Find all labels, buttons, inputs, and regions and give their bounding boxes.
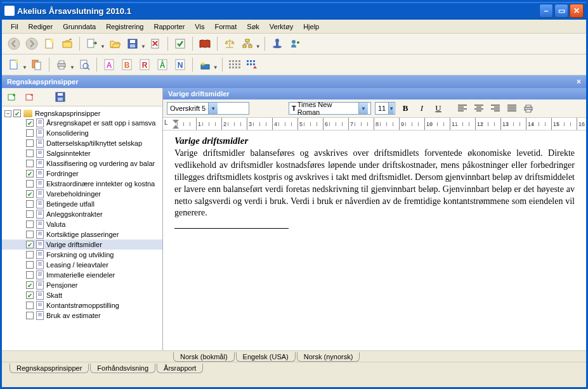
back-button[interactable] — [6, 35, 22, 52]
print-button[interactable] — [53, 56, 70, 73]
book-button[interactable] — [197, 35, 213, 52]
preview-button[interactable] — [76, 56, 93, 73]
print-editor-button[interactable] — [522, 102, 535, 115]
tree-item[interactable]: ✔Varebeholdninger — [2, 189, 162, 199]
open-button[interactable] — [59, 35, 75, 52]
menu-format[interactable]: Format — [209, 22, 242, 32]
close-button[interactable]: ✕ — [570, 4, 584, 18]
menu-registrering[interactable]: Registrering — [101, 22, 148, 32]
align-right-button[interactable] — [489, 102, 502, 115]
align-center-button[interactable] — [473, 102, 485, 115]
grid2-button[interactable] — [244, 56, 261, 73]
stamp-button[interactable] — [269, 35, 285, 52]
tree-item[interactable]: ✔Pensjoner — [2, 280, 162, 290]
menu-rapporter[interactable]: Rapporter — [148, 22, 190, 32]
checkbox[interactable] — [26, 210, 34, 218]
checkbox[interactable] — [26, 150, 34, 157]
check-button[interactable] — [172, 35, 188, 52]
menu-rediger[interactable]: Rediger — [23, 22, 58, 32]
main-tab[interactable]: Forhåndsvisning — [90, 364, 155, 373]
letter-r-button[interactable]: R — [136, 56, 153, 73]
org-button[interactable] — [239, 35, 256, 52]
letter-b-button[interactable]: B — [119, 56, 135, 73]
tree-item[interactable]: Kontantstrømoppstilling — [2, 300, 162, 310]
user-button[interactable] — [287, 35, 303, 52]
maximize-button[interactable]: ▭ — [554, 4, 568, 18]
tree-item[interactable]: Anleggskontrakter — [2, 209, 162, 219]
underline-button[interactable]: U — [432, 102, 445, 115]
tree-item[interactable]: Immaterielle eiendeler — [2, 270, 162, 280]
wizard-button[interactable] — [197, 56, 213, 73]
tree-item[interactable]: Konsolidering — [2, 128, 162, 138]
tree-item[interactable]: ✔Fordringer — [2, 169, 162, 179]
tree-item[interactable]: ✔Varige driftsmidler — [2, 239, 162, 250]
tree-item[interactable]: Forskning og utvikling — [2, 250, 162, 260]
checkbox[interactable] — [26, 261, 34, 269]
checkbox[interactable] — [26, 302, 34, 309]
checkbox[interactable]: ✔ — [26, 190, 34, 198]
save-button[interactable] — [124, 35, 141, 52]
folder-open-button[interactable] — [107, 35, 123, 52]
checkbox[interactable] — [26, 220, 34, 228]
main-tab[interactable]: Regnskapsprinsipper — [10, 364, 89, 373]
checkbox[interactable]: ✔ — [13, 110, 21, 117]
letter-n-button[interactable]: N — [172, 56, 188, 73]
align-left-button[interactable] — [456, 102, 469, 115]
forward-button[interactable] — [23, 35, 40, 52]
menu-grunndata[interactable]: Grunndata — [58, 22, 101, 32]
ruler[interactable]: L 12345678910111213141516 — [163, 118, 586, 131]
letter-a2-button[interactable]: Å — [154, 56, 171, 73]
italic-button[interactable]: I — [415, 102, 428, 115]
font-dropdown[interactable]: TTimes New Roman▼ — [289, 102, 371, 115]
bold-button[interactable]: B — [399, 102, 412, 115]
checkbox[interactable]: ✔ — [26, 281, 34, 289]
checkbox[interactable] — [26, 312, 34, 319]
expander-icon[interactable]: − — [4, 110, 11, 117]
remove-item-button[interactable] — [23, 91, 36, 103]
checkbox[interactable] — [26, 231, 34, 238]
menu-hjelp[interactable]: Hjelp — [298, 22, 324, 32]
minimize-button[interactable]: – — [539, 4, 553, 18]
lang-tab[interactable]: Norsk (nynorsk) — [297, 352, 360, 362]
checkbox[interactable] — [26, 251, 34, 258]
menu-verktøy[interactable]: Verktøy — [265, 22, 298, 32]
lang-tab[interactable]: Norsk (bokmål) — [173, 352, 235, 362]
checkbox[interactable]: ✔ — [26, 291, 34, 299]
checkbox[interactable] — [26, 160, 34, 167]
checkbox[interactable]: ✔ — [26, 241, 34, 248]
align-justify-button[interactable] — [506, 102, 518, 115]
checkbox[interactable] — [26, 180, 34, 188]
fontsize-dropdown[interactable]: 11▼ — [375, 102, 395, 115]
panel-close-button[interactable]: × — [577, 77, 581, 86]
doc-copy-button[interactable] — [29, 56, 45, 73]
scales-button[interactable] — [221, 35, 238, 52]
style-dropdown[interactable]: Overskrift 5▼ — [167, 102, 249, 115]
tree-item[interactable]: Betingede utfall — [2, 199, 162, 209]
document-body[interactable]: Varige driftsmidler Varige driftsmidler … — [163, 131, 586, 350]
tree[interactable]: −✔Regnskapsprinsipper✔Årsregnskapet er s… — [2, 106, 162, 350]
checkbox[interactable]: ✔ — [26, 119, 34, 127]
menu-fil[interactable]: Fil — [6, 22, 23, 32]
checkbox[interactable]: ✔ — [26, 170, 34, 177]
lang-tab[interactable]: Engelsk (USA) — [236, 352, 296, 362]
menu-vis[interactable]: Vis — [190, 22, 209, 32]
tree-item[interactable]: Salgsinntekter — [2, 148, 162, 158]
tree-item[interactable]: Klassifisering og vurdering av balar — [2, 158, 162, 169]
tree-root[interactable]: −✔Regnskapsprinsipper — [2, 109, 162, 118]
tree-item[interactable]: Ekstraordinære inntekter og kostna — [2, 179, 162, 189]
tree-item[interactable]: ✔Årsregnskapet er satt opp i samsva — [2, 118, 162, 128]
tree-item[interactable]: Bruk av estimater — [2, 310, 162, 321]
checkbox[interactable] — [26, 271, 34, 279]
checkbox[interactable] — [26, 129, 34, 137]
tree-item[interactable]: ✔Skatt — [2, 290, 162, 300]
main-tab[interactable]: Årsrapport — [157, 364, 203, 373]
save-tree-button[interactable] — [54, 91, 67, 103]
doc-new-button[interactable] — [6, 56, 22, 73]
checkbox[interactable] — [26, 139, 34, 147]
letter-a-button[interactable]: A — [101, 56, 117, 73]
export-button[interactable] — [84, 35, 100, 52]
delete-button[interactable] — [147, 35, 164, 52]
checkbox[interactable] — [26, 200, 34, 208]
tree-item[interactable]: Kortsiktige plasseringer — [2, 229, 162, 239]
tree-item[interactable]: Valuta — [2, 219, 162, 229]
